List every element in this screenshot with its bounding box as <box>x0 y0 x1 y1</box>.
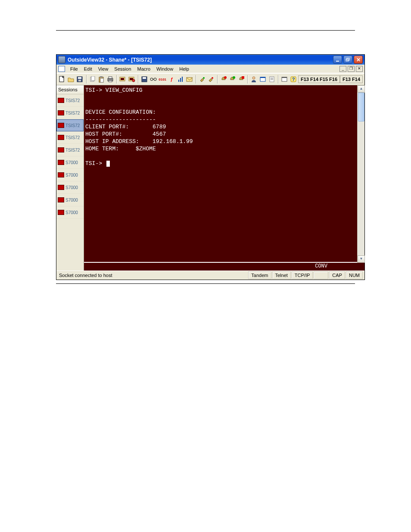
glasses-icon[interactable] <box>149 75 158 84</box>
fkeys-group-1[interactable]: F13 F14 F15 F16 <box>298 75 340 83</box>
status-network: TCP/IP <box>292 271 313 279</box>
menu-macro[interactable]: Macro <box>134 65 154 72</box>
term-line: HOST IP ADDRESS: 192.168.1.99 <box>85 138 193 145</box>
binary-icon[interactable]: 0101 <box>158 75 167 84</box>
mdi-close-button[interactable]: ✕ <box>356 66 363 72</box>
vertical-scrollbar[interactable]: ▲ ▼ <box>357 85 364 263</box>
terminal-icon <box>58 135 64 140</box>
toolbar: 0101 ƒ ? F13 F14 F15 F16 F13 F14 <box>56 73 364 85</box>
session-item-label: TSIS72 <box>65 111 80 115</box>
svg-point-28 <box>203 77 205 79</box>
svg-rect-6 <box>78 80 81 81</box>
status-numlock: NUM <box>346 271 363 279</box>
menu-file[interactable]: File <box>67 65 81 72</box>
save-icon[interactable] <box>76 75 84 84</box>
session-item-label: S7000 <box>65 173 78 177</box>
session-item[interactable]: TSIS72 <box>56 94 84 107</box>
bars-icon[interactable] <box>177 75 185 84</box>
plug-green-icon[interactable] <box>198 75 206 84</box>
print-icon[interactable] <box>106 75 115 84</box>
session-item-label: TSIS72 <box>65 135 80 140</box>
term-line: DEVICE CONFIGURATION: <box>85 109 156 115</box>
bell-play-icon[interactable] <box>228 75 237 84</box>
session-item[interactable]: TSIS72 <box>56 131 84 144</box>
window-icon[interactable] <box>280 75 289 84</box>
term-line: --------------------- <box>85 116 156 123</box>
conv-indicator: CONV <box>84 262 358 271</box>
svg-rect-13 <box>109 77 112 78</box>
scroll-down-button[interactable]: ▼ <box>358 255 365 263</box>
menu-help[interactable]: Help <box>176 65 192 72</box>
bell-record-icon[interactable] <box>237 75 246 84</box>
fkeys-group-2[interactable]: F13 F14 <box>340 75 363 83</box>
doc-rule-bottom <box>56 283 355 284</box>
svg-rect-38 <box>282 77 287 78</box>
sessions-sidebar: Sessions TSIS72 TSIS72 TSIS72 TSIS72 TSI… <box>56 85 84 271</box>
session-item-label: S7000 <box>65 210 78 215</box>
fullscreen-icon[interactable] <box>259 75 267 84</box>
session-icon-1[interactable] <box>119 75 127 84</box>
session-icon-2[interactable] <box>128 75 136 84</box>
session-item[interactable]: TSIS72 <box>56 144 84 156</box>
restore-button[interactable] <box>343 56 352 64</box>
disk-icon[interactable] <box>140 75 149 84</box>
scroll-thumb[interactable] <box>358 93 364 121</box>
svg-rect-36 <box>270 77 274 82</box>
session-item[interactable]: S7000 <box>56 206 84 219</box>
menu-edit[interactable]: Edit <box>81 65 95 72</box>
terminal-icon <box>58 98 64 103</box>
plug-red-icon[interactable] <box>207 75 215 84</box>
function-icon[interactable]: ƒ <box>168 75 176 84</box>
help-icon[interactable]: ? <box>289 75 297 84</box>
session-item[interactable]: S7000 <box>56 156 84 169</box>
scroll-up-button[interactable]: ▲ <box>358 85 365 93</box>
open-icon[interactable] <box>67 75 75 84</box>
session-item-active[interactable]: TSIS72 <box>56 119 84 131</box>
minimize-button[interactable] <box>333 56 342 64</box>
terminal-icon <box>58 172 64 177</box>
svg-rect-21 <box>143 77 146 79</box>
menu-view[interactable]: View <box>95 65 112 72</box>
svg-text:?: ? <box>292 77 295 82</box>
session-item-label: S7000 <box>65 185 78 190</box>
session-item-label: S7000 <box>65 160 78 165</box>
svg-rect-10 <box>100 76 103 78</box>
term-prompt: TSI-> <box>85 160 106 167</box>
terminal[interactable]: TSI-> VIEW_CONFIG DEVICE CONFIGURATION: … <box>84 85 364 271</box>
copy-icon[interactable] <box>89 75 97 84</box>
new-icon[interactable] <box>58 75 66 84</box>
titlebar[interactable]: OutsideView32 - Shane* - [TSIS72] ✕ <box>56 55 364 65</box>
bell-stop-icon[interactable] <box>220 75 228 84</box>
send-icon[interactable] <box>185 75 193 84</box>
session-item-label: TSIS72 <box>65 123 80 128</box>
mdi-restore-button[interactable]: ❐ <box>348 66 355 72</box>
svg-rect-16 <box>121 78 124 80</box>
cursor <box>106 161 110 167</box>
svg-rect-5 <box>78 77 81 79</box>
status-message: Socket connected to host <box>58 273 247 278</box>
doc-icon[interactable] <box>268 75 276 84</box>
menu-window[interactable]: Window <box>153 65 176 72</box>
session-item[interactable]: TSIS72 <box>56 107 84 119</box>
statusbar: Socket connected to host Tandem Telnet T… <box>56 271 364 280</box>
user-icon[interactable] <box>250 75 258 84</box>
terminal-area: TSI-> VIEW_CONFIG DEVICE CONFIGURATION: … <box>84 85 364 271</box>
terminal-icon <box>58 197 64 202</box>
session-item[interactable]: S7000 <box>56 181 84 194</box>
menu-session[interactable]: Session <box>111 65 134 72</box>
session-item[interactable]: S7000 <box>56 169 84 181</box>
session-item[interactable]: S7000 <box>56 194 84 206</box>
mdi-doc-icon[interactable] <box>58 66 65 72</box>
term-line: CLIENT PORT#: 6789 <box>85 124 166 130</box>
svg-point-19 <box>132 79 135 82</box>
mdi-minimize-button[interactable]: _ <box>339 66 346 72</box>
svg-point-29 <box>212 77 213 79</box>
paste-icon[interactable] <box>97 75 106 84</box>
terminal-icon <box>58 147 64 152</box>
status-emulation: Tandem <box>248 271 271 279</box>
svg-rect-8 <box>91 76 95 81</box>
svg-rect-24 <box>178 80 179 82</box>
svg-rect-25 <box>180 78 181 82</box>
close-button[interactable]: ✕ <box>354 56 363 64</box>
term-line: HOME TERM: $ZHOME <box>85 146 156 152</box>
